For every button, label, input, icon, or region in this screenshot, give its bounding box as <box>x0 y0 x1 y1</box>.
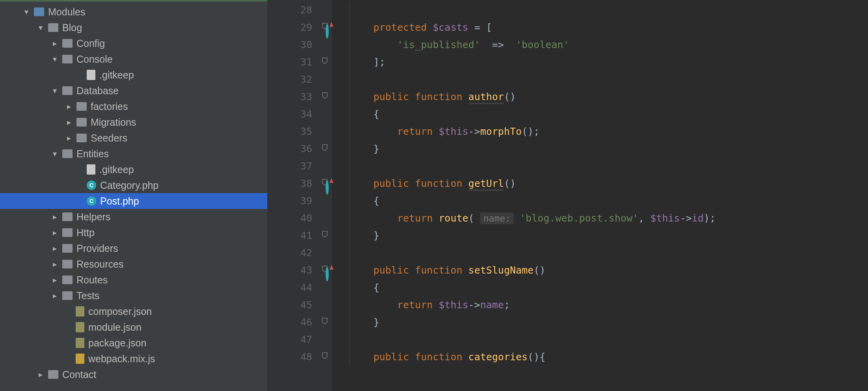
code-line[interactable]: return $this->morphTo(); <box>349 123 868 140</box>
fold-toggle-icon[interactable] <box>322 55 328 67</box>
code-line[interactable]: public function categories(){ <box>349 348 868 366</box>
line-number: 44 <box>267 279 312 296</box>
tree-item-label: module.json <box>88 322 142 333</box>
tree-item--gitkeep[interactable]: .gitkeep <box>0 162 267 177</box>
code-line[interactable]: } <box>349 314 868 331</box>
chevron-right-icon[interactable] <box>51 212 58 222</box>
code-line[interactable]: return route( name: 'blog.web.post.show'… <box>349 210 868 227</box>
tree-item-tests[interactable]: Tests <box>0 288 267 303</box>
chevron-right-icon[interactable] <box>51 259 58 269</box>
tree-item-post-php[interactable]: CPost.php <box>0 193 267 209</box>
chevron-down-icon[interactable] <box>37 23 44 32</box>
chevron-down-icon[interactable] <box>23 7 30 17</box>
tree-item-label: Blog <box>62 22 82 34</box>
tree-item-label: Entities <box>76 148 109 160</box>
line-number-gutter: 2829303132333435363738394041424344454647… <box>267 0 318 391</box>
fold-cell[interactable] <box>318 52 332 69</box>
tree-item-composer-json[interactable]: composer.json <box>0 303 267 319</box>
tree-item-modules[interactable]: Modules <box>0 4 267 20</box>
chevron-down-icon[interactable] <box>51 86 58 95</box>
tree-item-label: webpack.mix.js <box>88 353 155 365</box>
code-line[interactable]: { <box>349 192 868 210</box>
tree-item-contact[interactable]: Contact <box>0 367 267 382</box>
line-number: 40 <box>267 210 312 227</box>
folder-icon <box>62 276 73 284</box>
code-editor[interactable]: 2829303132333435363738394041424344454647… <box>267 0 868 391</box>
code-line[interactable]: 'is_published' => 'boolean' <box>349 36 868 54</box>
line-number: 29 <box>267 19 312 36</box>
tree-item-label: Database <box>76 85 119 97</box>
code-line[interactable]: return $this->name; <box>349 296 868 314</box>
tree-item-providers[interactable]: Providers <box>0 240 267 256</box>
override-gutter-icon[interactable] <box>319 179 329 188</box>
fold-toggle-icon[interactable] <box>322 90 328 101</box>
tree-item-helpers[interactable]: Helpers <box>0 209 267 225</box>
folder-icon <box>62 86 73 95</box>
tree-item-module-json[interactable]: module.json <box>0 319 267 335</box>
tree-item-blog[interactable]: Blog <box>0 20 267 35</box>
code-line[interactable]: public function getUrl() <box>349 175 868 192</box>
override-gutter-icon[interactable] <box>319 266 329 275</box>
code-line[interactable]: ]; <box>349 54 868 71</box>
code-line[interactable] <box>349 244 868 262</box>
chevron-right-icon[interactable] <box>51 291 58 300</box>
chevron-down-icon[interactable] <box>51 149 58 158</box>
chevron-right-icon[interactable] <box>51 39 58 48</box>
code-line[interactable]: } <box>349 140 868 158</box>
app-root: ModulesBlogConfigConsole.gitkeepDatabase… <box>0 0 868 391</box>
code-line[interactable] <box>349 158 868 175</box>
tree-item-package-json[interactable]: package.json <box>0 335 267 351</box>
tree-item-routes[interactable]: Routes <box>0 272 267 288</box>
tree-item-seeders[interactable]: Seeders <box>0 130 267 146</box>
code-line[interactable]: public function setSlugName() <box>349 262 868 279</box>
code-area[interactable]: protected $casts = [ 'is_published' => '… <box>332 0 868 391</box>
line-number: 38 <box>267 175 312 192</box>
project-tree[interactable]: ModulesBlogConfigConsole.gitkeepDatabase… <box>0 0 267 391</box>
chevron-right-icon[interactable] <box>51 228 58 237</box>
tree-item-factories[interactable]: factories <box>0 99 267 114</box>
tree-item--gitkeep[interactable]: .gitkeep <box>0 67 267 83</box>
fold-cell[interactable] <box>318 87 332 104</box>
fold-cell[interactable] <box>318 139 332 156</box>
folder-icon <box>62 291 73 300</box>
tree-item-entities[interactable]: Entities <box>0 146 267 162</box>
tree-item-config[interactable]: Config <box>0 35 267 51</box>
chevron-right-icon[interactable] <box>51 244 58 253</box>
json-file-icon <box>76 306 84 317</box>
tree-item-http[interactable]: Http <box>0 225 267 240</box>
chevron-right-icon[interactable] <box>65 102 73 111</box>
chevron-down-icon[interactable] <box>51 54 58 64</box>
tree-item-console[interactable]: Console <box>0 51 267 67</box>
fold-toggle-icon[interactable] <box>322 315 328 327</box>
fold-toggle-icon[interactable] <box>322 350 328 361</box>
tree-item-database[interactable]: Database <box>0 83 267 99</box>
fold-cell[interactable] <box>318 312 332 330</box>
chevron-right-icon[interactable] <box>51 275 58 285</box>
code-line[interactable] <box>349 2 868 19</box>
code-line[interactable]: } <box>349 227 868 244</box>
tree-item-webpack-mix-js[interactable]: webpack.mix.js <box>0 351 267 367</box>
override-gutter-icon[interactable] <box>319 23 329 32</box>
code-line[interactable]: { <box>349 279 868 296</box>
code-line[interactable]: public function author() <box>349 88 868 106</box>
fold-toggle-icon[interactable] <box>322 142 328 153</box>
code-line[interactable] <box>349 331 868 348</box>
fold-cell <box>318 69 332 87</box>
tree-item-migrations[interactable]: Migrations <box>0 114 267 130</box>
chevron-right-icon[interactable] <box>65 133 73 143</box>
fold-cell <box>318 243 332 260</box>
tree-item-label: factories <box>91 101 128 112</box>
tree-item-label: package.json <box>88 337 146 349</box>
fold-toggle-icon[interactable] <box>322 229 328 240</box>
tree-item-label: Resources <box>76 259 124 270</box>
code-line[interactable] <box>349 71 868 88</box>
code-line[interactable]: protected $casts = [ <box>349 19 868 36</box>
tree-item-resources[interactable]: Resources <box>0 256 267 272</box>
chevron-right-icon[interactable] <box>37 370 44 379</box>
chevron-right-icon[interactable] <box>65 117 73 127</box>
code-line[interactable]: { <box>349 106 868 123</box>
fold-cell[interactable] <box>318 347 332 364</box>
fold-gutter[interactable] <box>318 0 332 391</box>
fold-cell[interactable] <box>318 225 332 243</box>
tree-item-category-php[interactable]: CCategory.php <box>0 177 267 193</box>
